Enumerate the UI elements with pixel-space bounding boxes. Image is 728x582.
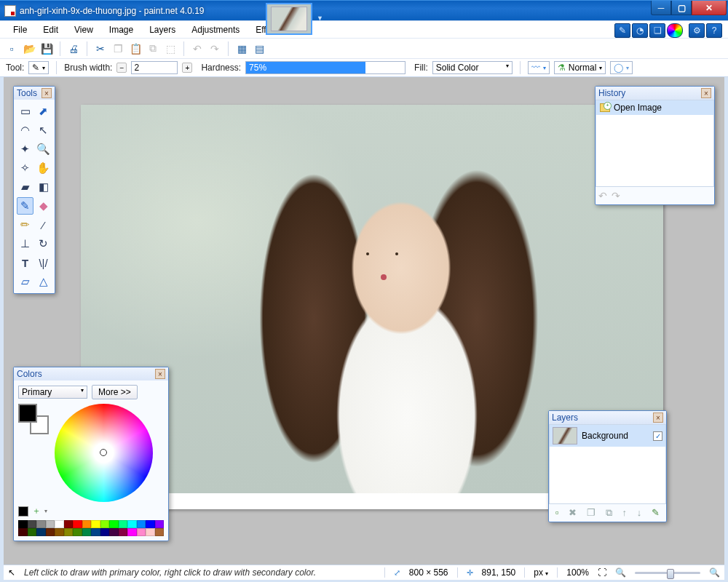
fill-tool[interactable]: ▰: [17, 178, 33, 196]
recolor-tool[interactable]: ↻: [35, 235, 52, 252]
palette-swatch[interactable]: [64, 528, 74, 536]
palette-swatch[interactable]: [146, 520, 155, 528]
lasso-tool[interactable]: ◠: [17, 121, 33, 139]
palette-swatch[interactable]: [18, 520, 28, 528]
tools-close-icon[interactable]: ×: [41, 88, 52, 98]
zoom-out-icon[interactable]: 🔍: [615, 567, 626, 578]
palette-swatch[interactable]: [46, 528, 55, 536]
layer-duplicate-icon[interactable]: ❐: [587, 507, 596, 519]
color-wheel[interactable]: [55, 404, 153, 502]
gradient-tool[interactable]: ◧: [35, 178, 52, 196]
menu-adjustments[interactable]: Adjustments: [184, 23, 247, 37]
palette-swatch[interactable]: [155, 528, 165, 536]
history-redo-icon[interactable]: ↷: [612, 190, 620, 202]
undo-icon[interactable]: ↶: [190, 41, 205, 56]
palette-swatch[interactable]: [64, 520, 74, 528]
palette-swatch[interactable]: [109, 520, 119, 528]
layer-item[interactable]: Background ✓: [550, 425, 665, 447]
shapes2-tool[interactable]: △: [35, 273, 52, 290]
menu-layers[interactable]: Layers: [142, 23, 183, 37]
layers-toggle-icon[interactable]: ❏: [649, 23, 665, 38]
brush-tool[interactable]: ✎: [17, 197, 33, 215]
settings-icon[interactable]: ⚙: [689, 23, 705, 38]
palette-swatch[interactable]: [127, 528, 137, 536]
layers-close-icon[interactable]: ×: [653, 412, 663, 423]
deselect-icon[interactable]: ⬚: [163, 41, 178, 56]
history-item[interactable]: Open Image: [596, 100, 713, 115]
fit-window-icon[interactable]: ⛶: [598, 567, 606, 578]
save-icon[interactable]: 💾: [39, 41, 54, 56]
eraser-tool[interactable]: ◆: [35, 197, 52, 215]
zoom-slider[interactable]: [635, 572, 700, 574]
menu-image[interactable]: Image: [102, 23, 141, 37]
antialias-selector[interactable]: 〰 ▾: [528, 61, 550, 74]
layer-up-icon[interactable]: ↑: [622, 507, 628, 519]
magic-wand-tool[interactable]: ✧: [17, 159, 33, 177]
palette-swatch[interactable]: [36, 520, 46, 528]
palette-swatch[interactable]: [36, 528, 46, 536]
color-palette[interactable]: [18, 520, 164, 536]
close-button[interactable]: ✕: [692, 1, 727, 15]
clone-tool[interactable]: ⊥: [17, 235, 33, 252]
palette-swatch[interactable]: [82, 528, 92, 536]
menu-file[interactable]: File: [6, 23, 34, 37]
grid-icon[interactable]: ▦: [234, 41, 249, 56]
layer-merge-icon[interactable]: ⧉: [606, 507, 612, 519]
zoom-in-icon[interactable]: 🔍: [709, 567, 720, 578]
minimize-button[interactable]: ─: [651, 1, 671, 15]
image-tab-thumb[interactable]: [266, 3, 312, 35]
pan-tool[interactable]: ✋: [35, 159, 52, 177]
layer-add-icon[interactable]: ▫: [555, 507, 559, 519]
menu-view[interactable]: View: [67, 23, 100, 37]
palette-swatch[interactable]: [82, 520, 92, 528]
new-icon[interactable]: ▫: [4, 41, 19, 56]
palette-swatch[interactable]: [137, 528, 146, 536]
palette-swatch[interactable]: [73, 520, 82, 528]
history-toggle-icon[interactable]: ◔: [632, 23, 648, 38]
fill-selector[interactable]: Solid Color▾: [432, 61, 513, 74]
hardness-slider[interactable]: 75%: [245, 61, 405, 74]
brush-width-increase[interactable]: +: [182, 63, 192, 73]
palette-swatch[interactable]: [137, 520, 146, 528]
palette-swatch[interactable]: [73, 528, 82, 536]
palette-swatch[interactable]: [109, 528, 119, 536]
palette-swatch[interactable]: [91, 520, 100, 528]
tools-toggle-icon[interactable]: ✎: [614, 23, 630, 38]
history-close-icon[interactable]: ×: [701, 88, 711, 98]
layer-delete-icon[interactable]: ✖: [569, 507, 577, 519]
history-undo-icon[interactable]: ↶: [598, 190, 607, 202]
palette-swatch[interactable]: [119, 528, 128, 536]
layer-props-icon[interactable]: ✎: [652, 507, 660, 519]
blend-selector[interactable]: ⚗ Normal ▾: [554, 61, 606, 74]
palette-swatch[interactable]: [119, 520, 128, 528]
brush-width-decrease[interactable]: −: [116, 63, 127, 73]
palette-swatch[interactable]: [146, 528, 155, 536]
cut-icon[interactable]: ✂: [93, 41, 108, 56]
add-color-icon[interactable]: ＋: [32, 505, 41, 517]
move-tool[interactable]: ↖: [35, 121, 52, 139]
layer-visible-checkbox[interactable]: ✓: [653, 431, 662, 441]
layer-opacity-selector[interactable]: ◯ ▾: [610, 61, 633, 74]
layer-down-icon[interactable]: ↓: [637, 507, 642, 519]
shapes-tool[interactable]: ▱: [17, 273, 33, 290]
ruler-icon[interactable]: ▤: [252, 41, 266, 56]
zoom-tool[interactable]: 🔍: [35, 140, 52, 158]
palette-swatch[interactable]: [55, 520, 64, 528]
palette-swatch[interactable]: [155, 520, 165, 528]
palette-swatch[interactable]: [18, 528, 28, 536]
text-tool[interactable]: T: [17, 254, 33, 271]
menu-edit[interactable]: Edit: [36, 23, 66, 37]
move-select-tool[interactable]: ⬈: [35, 103, 52, 120]
unit-selector[interactable]: px ▾: [534, 567, 548, 578]
palette-swatch[interactable]: [100, 520, 110, 528]
help-icon[interactable]: ?: [706, 23, 722, 38]
palette-swatch[interactable]: [28, 520, 37, 528]
tab-overflow-icon[interactable]: ▼: [317, 15, 323, 22]
palette-swatch[interactable]: [46, 520, 55, 528]
palette-swatch[interactable]: [55, 528, 64, 536]
picker-tool[interactable]: ⁄: [35, 216, 52, 234]
crop-icon[interactable]: ⧉: [146, 41, 160, 56]
tool-selector[interactable]: ✎ ▾: [28, 61, 49, 74]
rect-select-tool[interactable]: ▭: [17, 103, 33, 120]
color-swatches[interactable]: [18, 404, 49, 434]
